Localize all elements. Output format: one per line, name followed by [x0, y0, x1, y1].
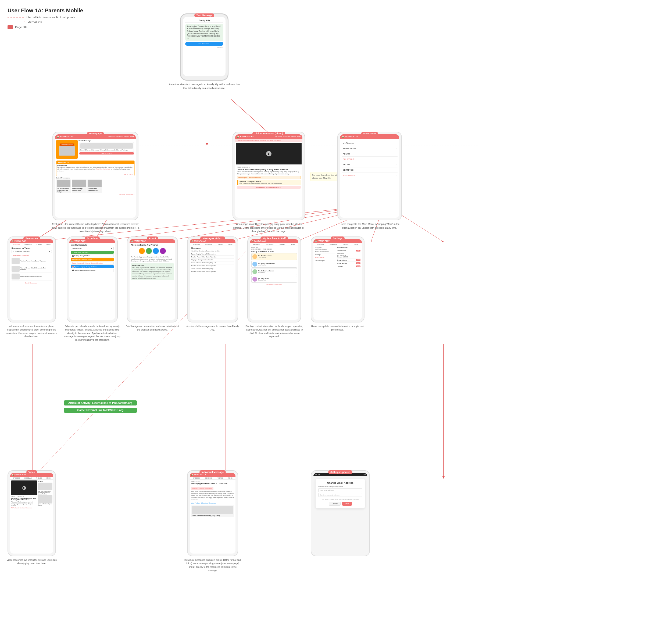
teach-title: Robby's Teachers & Stuff — [251, 250, 297, 252]
indmsg-link-1[interactable]: View Feelings & Emotions Resources — [191, 502, 234, 504]
lr-nav-3[interactable]: THEMES — [291, 136, 296, 138]
set-content: John Smithjohn@example.com Delete Your A… — [314, 246, 362, 269]
vid-play-btn[interactable]: ▶ — [22, 486, 26, 490]
teach-subnav-4[interactable]: MORE — [291, 244, 295, 245]
set-nav-settings[interactable]: Settings — [315, 253, 335, 256]
settings-node: Settings 🏠 FAMILY ALLY EPISODES SCHEDULE… — [308, 236, 367, 329]
mm-item-resources[interactable]: RESOURCES › — [342, 146, 398, 151]
res-dropdown[interactable]: 1. Feelings & Emotions ▼ — [12, 250, 52, 253]
vid-main-player[interactable]: ▶ — [11, 481, 37, 495]
vid-subnav-1[interactable]: EPISODES — [13, 477, 20, 479]
res-subnav-3[interactable]: THEMES — [36, 244, 42, 245]
see-more-resources[interactable]: See More Resources → — [56, 194, 135, 196]
res-subnav-2[interactable]: SCHEDULE — [25, 244, 32, 245]
all-staff-link[interactable]: All Illinois Chicago Staff — [251, 283, 297, 285]
indmsg-subnav-4[interactable]: MORE — [228, 477, 232, 479]
teacher-info-3: Ms. Colleen Johnson Teacher Aid — [258, 270, 274, 273]
set-subnav-1[interactable]: EPISODES — [317, 244, 324, 245]
video-player[interactable]: ▶ — [236, 143, 302, 165]
set-subnav: EPISODES SCHEDULE THEMES MORE — [314, 243, 362, 246]
nav-more[interactable]: MORE — [130, 136, 134, 138]
article-external-label[interactable]: Article or Activity: External link to PB… — [64, 400, 137, 405]
lr-nav-4[interactable]: MORE — [297, 136, 301, 138]
supd-save-btn[interactable]: Save — [342, 502, 352, 506]
nav-episodes[interactable]: EPISODES — [108, 136, 115, 138]
vid-subnav-3[interactable]: THEMES — [36, 477, 42, 479]
child-feelings-text: Daniel & Prince Wednesday: Helping Child… — [80, 149, 133, 151]
mm-item-about2[interactable]: ABOUT › — [342, 162, 398, 167]
nav-themes[interactable]: THEMES — [124, 136, 129, 138]
teach-subnav-3[interactable]: THEMES — [279, 244, 285, 245]
teachers-node: My Teachers & Staff 🏠 FAMILY ALLY EPISOD… — [245, 236, 304, 336]
res-item-1: Teacher Parent Helps Daniel Tiger do... — [12, 257, 52, 265]
supd-cancel-btn[interactable]: Cancel — [329, 502, 340, 506]
res-see-all[interactable]: Get All Resources → — [12, 281, 52, 284]
supd-confirm-email-field[interactable]: Confirm new email address — [318, 493, 362, 497]
sched-content: Monthly Schedule October 2017 ▼ 1. Feeli… — [70, 243, 115, 274]
msg-item-6[interactable]: Daniel & Prince Wednesday, Play A... — [191, 267, 234, 270]
sms-cta-btn[interactable]: View Resource → — [185, 42, 223, 46]
vid-all-resources[interactable]: All Feelings & Emotions Resources → — [11, 507, 37, 509]
msg-item-7[interactable]: Teacher Parent Helps Daniel Tiger do... — [191, 270, 234, 273]
resources-node: Resources 🏠 FAMILY ALLY EPISODES SCHEDUL… — [5, 236, 59, 336]
supd-new-email-field[interactable]: New email address — [318, 488, 362, 492]
sched-week-1-title: 1. Feelings & Emotions — [71, 251, 114, 254]
vid-subnav-4[interactable]: MORE — [46, 477, 50, 479]
indmsg-subnav-2[interactable]: SCHEDULE — [205, 477, 212, 479]
set-nav-delete[interactable]: Delete Your Account — [315, 250, 335, 253]
teach-subnav-2[interactable]: SCHEDULE — [266, 244, 273, 245]
teach-subnav-1[interactable]: EPISODES — [254, 244, 260, 245]
nav-schedule[interactable]: SCHEDULE — [116, 136, 123, 138]
lr-subnav-home[interactable]: Together with your children get the most… — [237, 140, 282, 141]
main-menu-screen: 🏠 FAMILY ALLY My Teacher › RESOURCES › A… — [340, 134, 399, 218]
indmsg-subnav-3[interactable]: THEMES — [217, 477, 223, 479]
msg-item-2[interactable]: Teacher Parent Helps Daniel Tiger do... — [191, 255, 234, 259]
mm-item-home[interactable]: My Teacher › — [342, 141, 398, 146]
msg-subnav-4[interactable]: MORE — [228, 244, 232, 245]
msg-logo: 🏠 FAMILY ALLY — [191, 240, 206, 242]
set-subnav-3[interactable]: THEMES — [343, 244, 349, 245]
play-button[interactable]: ▶ — [266, 151, 272, 156]
msg-item-1[interactable]: Tips on helping Young Children inte... — [191, 253, 234, 255]
msg-item-3[interactable]: Playing a strong emotional toolkit... — [191, 259, 234, 262]
lr-nav-1[interactable]: EPISODES — [275, 136, 282, 138]
mm-item-settings[interactable]: SETTINGS › — [342, 167, 398, 173]
msg-subnav-1[interactable]: EPISODES — [193, 244, 200, 245]
video-label: Video — [26, 470, 37, 474]
res-subnav-4[interactable]: MORE — [46, 244, 50, 245]
set-phone-edit[interactable]: EDIT — [356, 262, 361, 264]
res-subnav-1[interactable]: EPISODES — [13, 244, 20, 245]
see-all-tips-btn[interactable]: See All Tips → — [79, 152, 134, 155]
schedule-phone: 🏠 FAMILY ALLY Monthly Schedule October 2… — [67, 236, 118, 323]
see-all-tips-2[interactable]: See All Tips → — [57, 173, 134, 176]
text-message-desc: Parent receives text message from Family… — [167, 83, 242, 90]
latest-resources-title: Latest Resources — [56, 177, 135, 179]
lr-content: VIDEO – EPISODE 1 Daniel & Prince Wednes… — [235, 165, 302, 190]
set-nav-text[interactable]: Text Messages — [315, 259, 335, 262]
set-nav-account[interactable]: Your Account — [315, 256, 335, 259]
sched-dropdown[interactable]: October 2017 ▼ — [71, 247, 114, 250]
mm-item-messages[interactable]: MESSAGES › — [342, 173, 398, 178]
mm-item-schedule[interactable]: SCHEDULE › — [342, 157, 398, 162]
resource-img-1 — [57, 180, 71, 187]
msg-item-4[interactable]: Daniel & Prince Wednesday, Sing & S... — [191, 262, 234, 264]
indmsg-resource-title: Daniel & Prince Wednesday, Play Along! — [192, 515, 233, 516]
set-children-edit[interactable]: Save — [356, 265, 361, 267]
msg-subnav-3[interactable]: THEMES — [217, 244, 223, 245]
lr-episode-label: VIDEO – EPISODE 1 — [237, 166, 301, 168]
set-subnav-2[interactable]: SCHEDULE — [330, 244, 337, 245]
lr-theme-link[interactable]: All Feelings & Emotions Resources → — [237, 186, 301, 189]
set-subnav-4[interactable]: MORE — [354, 244, 358, 245]
msg-item-5[interactable]: Teacher Parent Helps Daniel Tiger do... — [191, 264, 234, 267]
vid-subnav-2[interactable]: SCHEDULE — [25, 477, 32, 479]
set-personal-edit[interactable]: EDIT — [356, 250, 361, 251]
msg-subnav-2[interactable]: SCHEDULE — [205, 244, 212, 245]
lr-nav-2[interactable]: SCHEDULE — [283, 136, 290, 138]
set-email-edit[interactable]: EDIT — [356, 259, 361, 261]
teachers-phone: 🏠 FAMILY ALLY EPISODES SCHEDULE THEMES M… — [247, 236, 301, 323]
indmsg-subnav-1[interactable]: EPISODES — [193, 477, 200, 479]
featured-tip-link[interactable]: Read this short article — [96, 168, 110, 170]
game-external-label[interactable]: Game: External link to PBSKIDS.org — [64, 408, 137, 413]
res-content: Resources by Theme 1. Feelings & Emotion… — [10, 246, 53, 285]
mm-item-about[interactable]: ABOUT › — [342, 151, 398, 157]
